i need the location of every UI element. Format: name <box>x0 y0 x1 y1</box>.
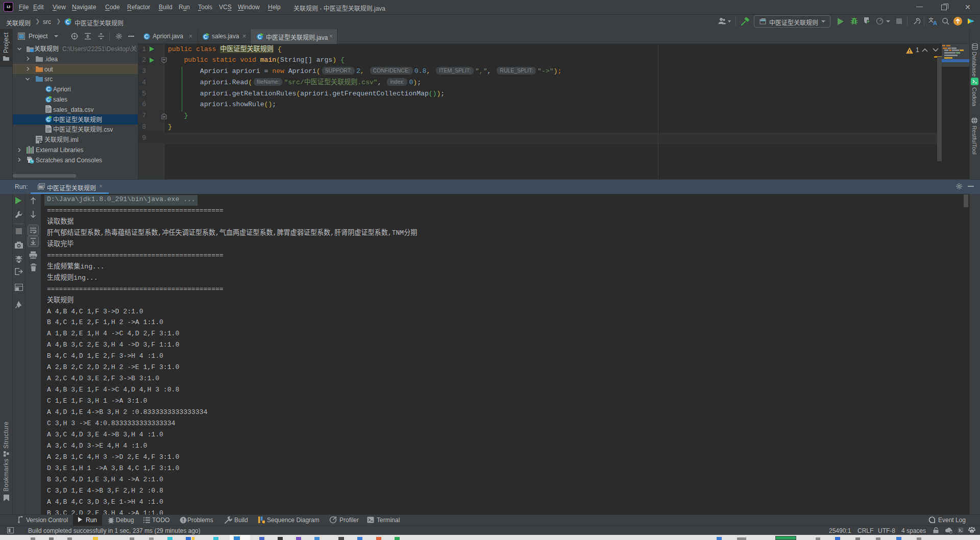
svg-text:A: A <box>933 20 937 26</box>
svg-text:20: 20 <box>970 530 973 533</box>
